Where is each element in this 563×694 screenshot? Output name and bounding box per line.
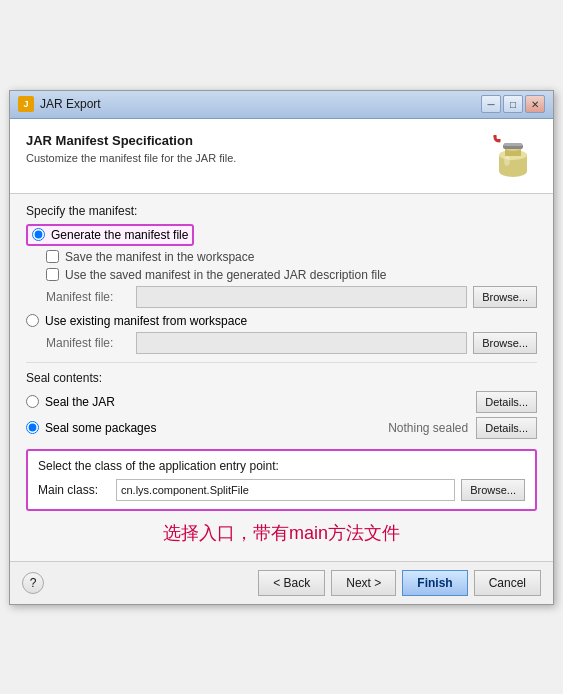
seal-packages-row: Seal some packages Nothing sealed Detail… — [26, 417, 537, 439]
window-icon: J — [18, 96, 34, 112]
entry-point-section: Select the class of the application entr… — [26, 449, 537, 511]
use-saved-checkbox[interactable] — [46, 268, 59, 281]
separator-1 — [26, 362, 537, 363]
existing-manifest-option[interactable]: Use existing manifest from workspace — [26, 314, 537, 328]
footer-right: < Back Next > Finish Cancel — [258, 570, 541, 596]
cancel-button[interactable]: Cancel — [474, 570, 541, 596]
main-class-row: Main class: Browse... — [38, 479, 525, 501]
existing-manifest-radio[interactable] — [26, 314, 39, 327]
browse-manifest-generate-button[interactable]: Browse... — [473, 286, 537, 308]
footer: ? < Back Next > Finish Cancel — [10, 561, 553, 604]
manifest-section-label: Specify the manifest: — [26, 204, 537, 218]
seal-jar-row: Seal the JAR Details... — [26, 391, 537, 413]
seal-packages-radio[interactable] — [26, 421, 39, 434]
minimize-button[interactable]: ─ — [481, 95, 501, 113]
title-bar: J JAR Export ─ □ ✕ — [10, 91, 553, 119]
title-bar-controls: ─ □ ✕ — [481, 95, 545, 113]
jar-export-window: J JAR Export ─ □ ✕ JAR Manifest Specific… — [9, 90, 554, 605]
seal-jar-label: Seal the JAR — [45, 395, 115, 409]
save-workspace-checkbox[interactable] — [46, 250, 59, 263]
header-text: JAR Manifest Specification Customize the… — [26, 133, 236, 164]
entry-point-label: Select the class of the application entr… — [38, 459, 525, 473]
maximize-button[interactable]: □ — [503, 95, 523, 113]
back-button[interactable]: < Back — [258, 570, 325, 596]
save-workspace-option[interactable]: Save the manifest in the workspace — [46, 250, 537, 264]
manifest-file-row-existing: Manifest file: Browse... — [46, 332, 537, 354]
manifest-field-label2: Manifest file: — [46, 336, 128, 350]
browse-main-class-button[interactable]: Browse... — [461, 479, 525, 501]
close-button[interactable]: ✕ — [525, 95, 545, 113]
content-area: Specify the manifest: Generate the manif… — [10, 194, 553, 555]
generate-manifest-highlighted: Generate the manifest file — [26, 224, 194, 246]
next-button[interactable]: Next > — [331, 570, 396, 596]
manifest-file-input-existing[interactable] — [136, 332, 467, 354]
annotation-text: 选择入口，带有main方法文件 — [26, 521, 537, 545]
seal-jar-radio[interactable] — [26, 395, 39, 408]
seal-packages-label: Seal some packages — [45, 421, 156, 435]
seal-jar-right: Details... — [476, 391, 537, 413]
seal-packages-left: Seal some packages — [26, 421, 156, 435]
header-section: JAR Manifest Specification Customize the… — [10, 119, 553, 194]
jar-image — [489, 133, 537, 181]
main-class-label: Main class: — [38, 483, 108, 497]
manifest-file-row-generate: Manifest file: Browse... — [46, 286, 537, 308]
finish-button[interactable]: Finish — [402, 570, 467, 596]
svg-rect-6 — [504, 143, 522, 146]
window-title: JAR Export — [40, 97, 481, 111]
seal-jar-details-button[interactable]: Details... — [476, 391, 537, 413]
help-button[interactable]: ? — [22, 572, 44, 594]
use-saved-option[interactable]: Use the saved manifest in the generated … — [46, 268, 537, 282]
footer-left: ? — [22, 572, 44, 594]
save-workspace-label: Save the manifest in the workspace — [65, 250, 254, 264]
manifest-field-label: Manifest file: — [46, 290, 128, 304]
seal-packages-details-button[interactable]: Details... — [476, 417, 537, 439]
svg-point-7 — [504, 156, 510, 166]
manifest-file-input-generate[interactable] — [136, 286, 467, 308]
browse-manifest-existing-button[interactable]: Browse... — [473, 332, 537, 354]
seal-section-label: Seal contents: — [26, 371, 537, 385]
generate-manifest-radio[interactable] — [32, 228, 45, 241]
seal-jar-left: Seal the JAR — [26, 395, 115, 409]
header-title: JAR Manifest Specification — [26, 133, 236, 148]
nothing-sealed-text: Nothing sealed — [388, 421, 468, 435]
main-class-input[interactable] — [116, 479, 455, 501]
generate-manifest-label: Generate the manifest file — [51, 228, 188, 242]
seal-packages-right: Nothing sealed Details... — [388, 417, 537, 439]
header-subtitle: Customize the manifest file for the JAR … — [26, 152, 236, 164]
existing-manifest-label: Use existing manifest from workspace — [45, 314, 247, 328]
generate-manifest-option[interactable]: Generate the manifest file — [26, 224, 537, 246]
use-saved-label: Use the saved manifest in the generated … — [65, 268, 387, 282]
